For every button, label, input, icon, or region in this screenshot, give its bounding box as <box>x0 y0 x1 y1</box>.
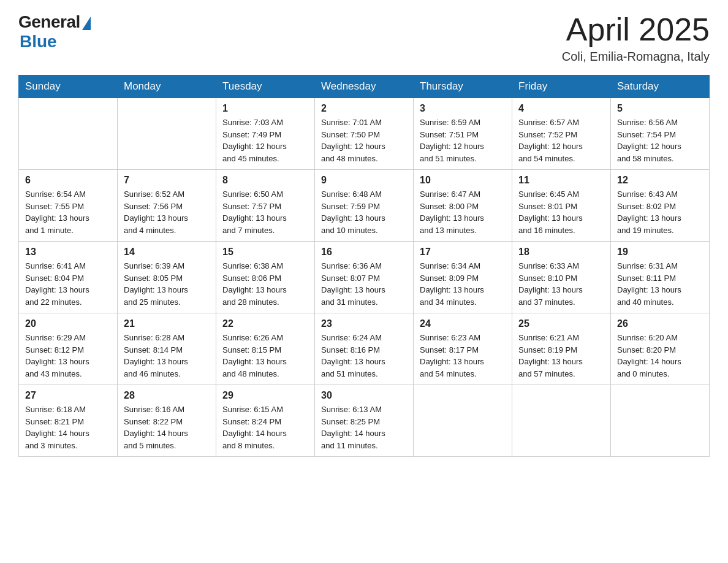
col-header-friday: Friday <box>512 75 611 98</box>
calendar-cell <box>611 385 710 457</box>
calendar-cell: 25Sunrise: 6:21 AM Sunset: 8:19 PM Dayli… <box>512 313 611 385</box>
day-info: Sunrise: 6:56 AM Sunset: 7:54 PM Dayligh… <box>617 117 703 164</box>
calendar-cell: 11Sunrise: 6:45 AM Sunset: 8:01 PM Dayli… <box>512 170 611 242</box>
calendar-cell: 20Sunrise: 6:29 AM Sunset: 8:12 PM Dayli… <box>19 313 118 385</box>
day-number: 3 <box>420 103 506 114</box>
day-number: 25 <box>518 318 604 329</box>
calendar-cell: 26Sunrise: 6:20 AM Sunset: 8:20 PM Dayli… <box>611 313 710 385</box>
day-info: Sunrise: 6:52 AM Sunset: 7:56 PM Dayligh… <box>124 188 210 236</box>
day-number: 19 <box>617 247 703 258</box>
day-number: 6 <box>25 175 111 186</box>
day-info: Sunrise: 6:33 AM Sunset: 8:10 PM Dayligh… <box>518 260 604 308</box>
calendar-cell: 15Sunrise: 6:38 AM Sunset: 8:06 PM Dayli… <box>216 242 315 313</box>
day-number: 30 <box>321 390 407 401</box>
calendar-cell <box>512 385 611 457</box>
calendar-cell <box>414 385 512 457</box>
logo: General Blue <box>18 12 91 52</box>
col-header-thursday: Thursday <box>414 75 512 98</box>
calendar-cell: 21Sunrise: 6:28 AM Sunset: 8:14 PM Dayli… <box>118 313 216 385</box>
day-info: Sunrise: 6:34 AM Sunset: 8:09 PM Dayligh… <box>420 260 506 308</box>
day-number: 2 <box>321 103 407 114</box>
col-header-saturday: Saturday <box>611 75 710 98</box>
calendar-header-row: SundayMondayTuesdayWednesdayThursdayFrid… <box>19 75 710 98</box>
calendar-cell: 19Sunrise: 6:31 AM Sunset: 8:11 PM Dayli… <box>611 242 710 313</box>
calendar-cell: 7Sunrise: 6:52 AM Sunset: 7:56 PM Daylig… <box>118 170 216 242</box>
day-info: Sunrise: 6:54 AM Sunset: 7:55 PM Dayligh… <box>25 188 111 236</box>
calendar-week-row: 1Sunrise: 7:03 AM Sunset: 7:49 PM Daylig… <box>19 98 710 170</box>
col-header-wednesday: Wednesday <box>315 75 414 98</box>
location-text: Coli, Emilia-Romagna, Italy <box>562 50 710 64</box>
day-info: Sunrise: 6:50 AM Sunset: 7:57 PM Dayligh… <box>222 188 308 236</box>
day-number: 17 <box>420 247 506 258</box>
day-info: Sunrise: 6:15 AM Sunset: 8:24 PM Dayligh… <box>222 404 308 451</box>
logo-general-text: General <box>18 12 80 32</box>
calendar-cell: 5Sunrise: 6:56 AM Sunset: 7:54 PM Daylig… <box>611 98 710 170</box>
day-number: 27 <box>25 390 111 401</box>
day-number: 15 <box>222 247 308 258</box>
calendar-cell: 24Sunrise: 6:23 AM Sunset: 8:17 PM Dayli… <box>414 313 512 385</box>
day-info: Sunrise: 7:01 AM Sunset: 7:50 PM Dayligh… <box>321 117 407 164</box>
calendar-cell: 13Sunrise: 6:41 AM Sunset: 8:04 PM Dayli… <box>19 242 118 313</box>
calendar-cell: 2Sunrise: 7:01 AM Sunset: 7:50 PM Daylig… <box>315 98 414 170</box>
day-info: Sunrise: 6:23 AM Sunset: 8:17 PM Dayligh… <box>420 332 506 380</box>
calendar-week-row: 27Sunrise: 6:18 AM Sunset: 8:21 PM Dayli… <box>19 385 710 457</box>
day-number: 8 <box>222 175 308 186</box>
col-header-tuesday: Tuesday <box>216 75 315 98</box>
day-number: 7 <box>124 175 210 186</box>
calendar-cell: 3Sunrise: 6:59 AM Sunset: 7:51 PM Daylig… <box>414 98 512 170</box>
day-info: Sunrise: 6:20 AM Sunset: 8:20 PM Dayligh… <box>617 332 703 380</box>
day-info: Sunrise: 6:43 AM Sunset: 8:02 PM Dayligh… <box>617 188 703 236</box>
day-number: 29 <box>222 390 308 401</box>
day-number: 1 <box>222 103 308 114</box>
title-area: April 2025 Coli, Emilia-Romagna, Italy <box>562 12 710 64</box>
calendar-cell: 8Sunrise: 6:50 AM Sunset: 7:57 PM Daylig… <box>216 170 315 242</box>
day-info: Sunrise: 6:57 AM Sunset: 7:52 PM Dayligh… <box>518 117 604 164</box>
month-title: April 2025 <box>562 12 710 47</box>
day-info: Sunrise: 6:45 AM Sunset: 8:01 PM Dayligh… <box>518 188 604 236</box>
day-info: Sunrise: 6:28 AM Sunset: 8:14 PM Dayligh… <box>124 332 210 380</box>
day-info: Sunrise: 6:38 AM Sunset: 8:06 PM Dayligh… <box>222 260 308 308</box>
calendar-cell: 29Sunrise: 6:15 AM Sunset: 8:24 PM Dayli… <box>216 385 315 457</box>
day-info: Sunrise: 6:47 AM Sunset: 8:00 PM Dayligh… <box>420 188 506 236</box>
day-info: Sunrise: 6:48 AM Sunset: 7:59 PM Dayligh… <box>321 188 407 236</box>
day-info: Sunrise: 6:26 AM Sunset: 8:15 PM Dayligh… <box>222 332 308 380</box>
day-number: 22 <box>222 318 308 329</box>
calendar-week-row: 13Sunrise: 6:41 AM Sunset: 8:04 PM Dayli… <box>19 242 710 313</box>
calendar-cell: 30Sunrise: 6:13 AM Sunset: 8:25 PM Dayli… <box>315 385 414 457</box>
calendar-week-row: 20Sunrise: 6:29 AM Sunset: 8:12 PM Dayli… <box>19 313 710 385</box>
calendar-cell: 1Sunrise: 7:03 AM Sunset: 7:49 PM Daylig… <box>216 98 315 170</box>
day-info: Sunrise: 6:18 AM Sunset: 8:21 PM Dayligh… <box>25 404 111 451</box>
day-info: Sunrise: 6:31 AM Sunset: 8:11 PM Dayligh… <box>617 260 703 308</box>
calendar-cell: 17Sunrise: 6:34 AM Sunset: 8:09 PM Dayli… <box>414 242 512 313</box>
calendar-cell: 9Sunrise: 6:48 AM Sunset: 7:59 PM Daylig… <box>315 170 414 242</box>
calendar-week-row: 6Sunrise: 6:54 AM Sunset: 7:55 PM Daylig… <box>19 170 710 242</box>
calendar-cell <box>118 98 216 170</box>
calendar-cell: 14Sunrise: 6:39 AM Sunset: 8:05 PM Dayli… <box>118 242 216 313</box>
day-info: Sunrise: 6:21 AM Sunset: 8:19 PM Dayligh… <box>518 332 604 380</box>
day-number: 24 <box>420 318 506 329</box>
day-number: 14 <box>124 247 210 258</box>
day-info: Sunrise: 6:24 AM Sunset: 8:16 PM Dayligh… <box>321 332 407 380</box>
day-info: Sunrise: 6:41 AM Sunset: 8:04 PM Dayligh… <box>25 260 111 308</box>
day-number: 21 <box>124 318 210 329</box>
calendar-cell: 28Sunrise: 6:16 AM Sunset: 8:22 PM Dayli… <box>118 385 216 457</box>
day-info: Sunrise: 6:29 AM Sunset: 8:12 PM Dayligh… <box>25 332 111 380</box>
calendar-cell: 6Sunrise: 6:54 AM Sunset: 7:55 PM Daylig… <box>19 170 118 242</box>
day-number: 5 <box>617 103 703 114</box>
day-number: 16 <box>321 247 407 258</box>
day-info: Sunrise: 6:39 AM Sunset: 8:05 PM Dayligh… <box>124 260 210 308</box>
day-number: 11 <box>518 175 604 186</box>
calendar-cell: 4Sunrise: 6:57 AM Sunset: 7:52 PM Daylig… <box>512 98 611 170</box>
day-number: 12 <box>617 175 703 186</box>
col-header-monday: Monday <box>118 75 216 98</box>
day-number: 28 <box>124 390 210 401</box>
day-number: 26 <box>617 318 703 329</box>
logo-triangle-icon <box>82 17 91 30</box>
day-info: Sunrise: 6:13 AM Sunset: 8:25 PM Dayligh… <box>321 404 407 451</box>
calendar-cell: 18Sunrise: 6:33 AM Sunset: 8:10 PM Dayli… <box>512 242 611 313</box>
calendar-cell <box>19 98 118 170</box>
calendar-cell: 10Sunrise: 6:47 AM Sunset: 8:00 PM Dayli… <box>414 170 512 242</box>
col-header-sunday: Sunday <box>19 75 118 98</box>
day-number: 13 <box>25 247 111 258</box>
day-info: Sunrise: 7:03 AM Sunset: 7:49 PM Dayligh… <box>222 117 308 164</box>
